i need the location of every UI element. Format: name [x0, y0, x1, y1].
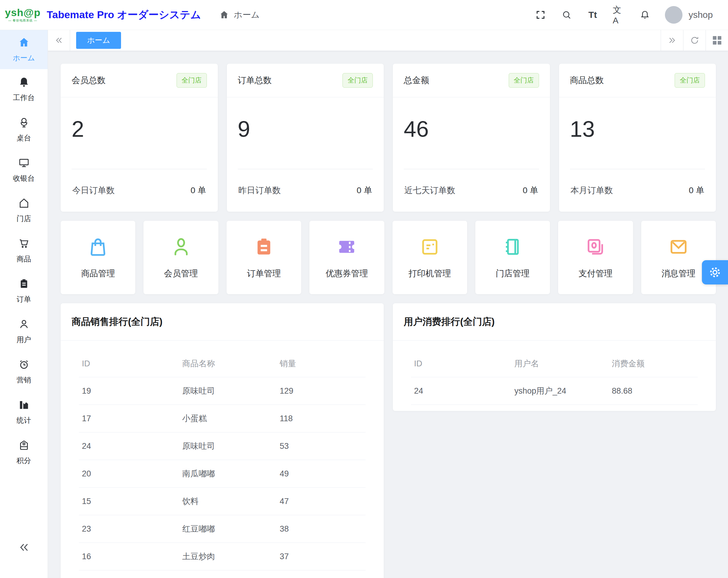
sidebar-collapse-button[interactable] [0, 541, 48, 554]
shortcut-payments[interactable]: 支付管理 [558, 221, 633, 294]
stat-value: 13 [570, 116, 705, 142]
cell-id: 16 [79, 543, 179, 571]
bar-chart-icon [18, 399, 30, 411]
sidebar-item-store[interactable]: 门店 [0, 190, 48, 231]
shortcut-label: 优惠券管理 [326, 268, 368, 279]
avatar[interactable] [665, 6, 682, 24]
stat-footer-label: 近七天订单数 [404, 185, 455, 196]
stat-card-products: 商品总数 全门店 13 本月订单数 0 单 [559, 64, 716, 212]
sidebar-item-label: 门店 [17, 214, 31, 224]
logo[interactable]: ysh@p — 餐饮电商系统 — [0, 7, 46, 23]
logo-subtitle: — 餐饮电商系统 — [8, 19, 37, 23]
font-size-icon[interactable]: Tt [587, 9, 599, 21]
cell-sales: 37 [277, 543, 365, 571]
settings-fab-button[interactable] [702, 260, 728, 285]
stat-value: 46 [404, 116, 539, 142]
rank-tables-row: 商品销售排行(全门店) ID 商品名称 销量 19 [61, 303, 716, 578]
cell-name: 饮料 [179, 488, 277, 515]
translate-icon[interactable]: 文A [613, 9, 625, 21]
sidebar-item-tables[interactable]: 桌台 [0, 109, 48, 150]
breadcrumb[interactable]: ホーム [218, 9, 260, 21]
sidebar-item-workbench[interactable]: 工作台 [0, 69, 48, 109]
cell-id: 22 [79, 571, 179, 578]
envelope-icon [667, 236, 690, 258]
table-row: 20 南瓜嘟嘟 49 [79, 460, 365, 488]
sidebar-item-label: 收银台 [13, 174, 35, 183]
shortcut-stores[interactable]: 门店管理 [475, 221, 550, 294]
column-header: 商品名称 [179, 348, 277, 377]
stat-card-title: 总金额 [404, 75, 429, 86]
store-icon [18, 197, 30, 209]
notification-bell-icon[interactable] [639, 9, 651, 21]
stat-card-title: 会员总数 [72, 75, 106, 86]
shortcut-label: 门店管理 [496, 268, 529, 279]
cart-icon [18, 237, 30, 249]
stat-card-title: 订单总数 [238, 75, 272, 86]
person-icon [170, 236, 192, 258]
layout-grid-button[interactable] [706, 30, 728, 51]
sidebar-item-home[interactable]: ホーム [0, 30, 48, 69]
sidebar-item-users[interactable]: 用户 [0, 311, 48, 351]
tabs-scroll-right-button[interactable] [661, 30, 683, 51]
product-rank-title: 商品销售排行(全门店) [61, 303, 384, 341]
column-header: 用户名 [512, 348, 609, 377]
table-row: 22 火龙果 29 [79, 571, 365, 578]
fullscreen-icon[interactable] [535, 9, 547, 21]
shortcut-goods[interactable]: 商品管理 [61, 221, 135, 294]
logo-text: ysh@p [5, 7, 41, 18]
table-header-row: ID 用户名 消费金额 [411, 348, 698, 377]
shortcut-printers[interactable]: 打印机管理 [392, 221, 467, 294]
shortcut-members[interactable]: 会员管理 [144, 221, 218, 294]
cell-id: 17 [79, 405, 179, 432]
cell-id: 24 [411, 377, 512, 405]
cell-sales: 38 [277, 515, 365, 543]
cell-amount: 88.68 [609, 377, 698, 405]
cell-name: 土豆炒肉 [179, 543, 277, 571]
gear-icon [708, 265, 722, 279]
sidebar-item-label: 统计 [17, 416, 31, 425]
sidebar-item-orders[interactable]: 订单 [0, 271, 48, 311]
cell-sales: 47 [277, 488, 365, 515]
all-stores-badge: 全门店 [675, 73, 705, 88]
stat-footer-label: 本月订单数 [571, 185, 613, 196]
ticket-icon [336, 236, 358, 258]
all-stores-badge: 全门店 [342, 73, 373, 88]
shopping-bag-icon [87, 236, 109, 258]
tab-home[interactable]: ホーム [76, 32, 121, 49]
sidebar-item-marketing[interactable]: 营销 [0, 351, 48, 392]
shortcut-coupons[interactable]: 优惠券管理 [309, 221, 384, 294]
search-icon[interactable] [561, 9, 573, 21]
sidebar-item-cashier[interactable]: 收银台 [0, 150, 48, 190]
sidebar-item-label: 工作台 [13, 93, 35, 103]
cell-id: 24 [79, 432, 179, 460]
stat-card-orders: 订单总数 全门店 9 昨日订单数 0 单 [227, 64, 384, 212]
table-row: 23 红豆嘟嘟 38 [79, 515, 365, 543]
cell-username: yshop用户_24 [512, 377, 609, 405]
alarm-clock-icon [18, 359, 30, 371]
home-icon [218, 9, 230, 21]
column-header: 消费金额 [609, 348, 698, 377]
refresh-button[interactable] [683, 30, 706, 51]
sidebar-item-label: 积分 [17, 456, 31, 466]
sidebar-item-goods[interactable]: 商品 [0, 231, 48, 271]
username[interactable]: yshop [688, 10, 713, 20]
all-stores-badge: 全门店 [509, 73, 539, 88]
shortcut-label: 会员管理 [164, 268, 198, 279]
product-rank-card: 商品销售排行(全门店) ID 商品名称 销量 19 [61, 303, 384, 578]
shortcut-label: 消息管理 [661, 268, 696, 279]
page: ysh@p — 餐饮电商系统 — Tabemate Pro オーダーシステム ホ… [0, 0, 728, 578]
sidebar-item-label: 商品 [17, 254, 31, 264]
sidebar-item-points[interactable]: 积分 [0, 432, 48, 472]
table-row: 19 原味吐司 129 [79, 377, 365, 405]
stat-card-amount: 总金额 全门店 46 近七天订单数 0 单 [393, 64, 550, 212]
clipboard-icon [18, 278, 30, 290]
tabs-scroll-left-button[interactable] [48, 30, 70, 51]
sidebar-item-label: 订单 [17, 294, 31, 304]
stat-footer-label: 今日订单数 [72, 185, 115, 196]
sidebar-item-statistics[interactable]: 统计 [0, 392, 48, 432]
dessert-icon [18, 116, 30, 129]
sidebar-item-label: ホーム [13, 53, 35, 63]
cell-name: 原味吐司 [179, 377, 277, 405]
tab-home-label: ホーム [87, 35, 110, 45]
shortcut-orders[interactable]: 订单管理 [227, 221, 301, 294]
